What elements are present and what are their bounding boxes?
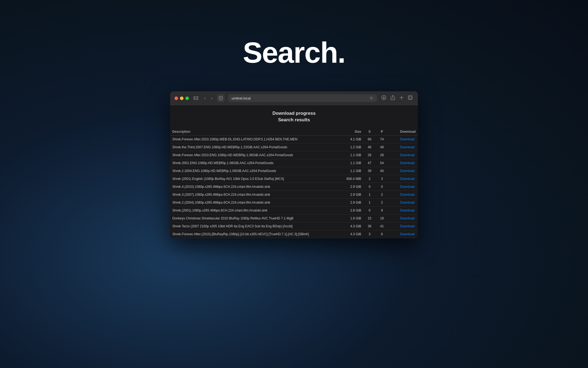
table-row: Shrek.4.(2010).1080p.x265.4Mbps.6CH.224.…: [170, 183, 418, 191]
cell-description: Shrek.3.(2007).1080p.x265.4Mbps.6CH.224.…: [170, 191, 339, 199]
sidebar-toggle-button[interactable]: [192, 95, 200, 101]
table-row: Shrek.Forever.After.2010.ENG.1080p.HD.WE…: [170, 151, 418, 159]
cell-size: 1.2 GiB: [339, 143, 363, 151]
cell-description: Shrek.4.(2010).1080p.x265.4Mbps.6CH.224.…: [170, 183, 339, 191]
content-header: Download progress Search results: [170, 105, 418, 128]
cell-size: 4.3 GiB: [339, 222, 363, 230]
cell-download[interactable]: Download: [388, 191, 418, 199]
cell-seeders: 1: [363, 191, 376, 199]
cell-peers: 18: [376, 215, 388, 222]
traffic-light-minimize[interactable]: [180, 96, 183, 100]
cell-size: 2.9 GiB: [339, 191, 363, 199]
browser-window: ‹ › umbrel.local ↻: [170, 91, 418, 238]
cell-download[interactable]: Download: [388, 215, 418, 222]
download-link[interactable]: Download: [400, 224, 415, 228]
table-row: Shrek.2001.ENG.1080p.HD.WEBRip.1.08GiB.A…: [170, 159, 418, 167]
browser-chrome: ‹ › umbrel.local ↻: [170, 91, 418, 105]
download-link[interactable]: Download: [400, 209, 415, 212]
cell-download[interactable]: Download: [388, 143, 418, 151]
cell-description: Donkeys Christmas Shrektacular 2010 BluR…: [170, 215, 339, 222]
forward-button[interactable]: ›: [210, 95, 213, 102]
cell-seeders: 2: [363, 175, 376, 183]
cell-download[interactable]: Download: [388, 230, 418, 238]
cell-description: Shrek Terzo (2007 2160p x265 10bit HDR I…: [170, 222, 339, 230]
cell-peers: 2: [376, 191, 388, 199]
download-link[interactable]: Download: [400, 193, 415, 197]
cell-size: 1.1 GiB: [339, 151, 363, 159]
cell-peers: 49: [376, 143, 388, 151]
tab-overview-button[interactable]: [407, 94, 414, 102]
cell-size: 1.1 GiB: [339, 167, 363, 175]
cell-download[interactable]: Download: [388, 135, 418, 143]
table-row: Shrek.2.(2004).1080p.x265.4Mbps.6CH.224.…: [170, 199, 418, 207]
table-row: Shrek.3.(2007).1080p.x265.4Mbps.6CH.224.…: [170, 191, 418, 199]
svg-rect-1: [196, 96, 198, 97]
page-title: Search.: [243, 35, 345, 70]
download-link[interactable]: Download: [400, 137, 415, 141]
cell-description: Shrek.Forever.After.2010.ENG.1080p.HD.WE…: [170, 151, 339, 159]
download-status-button[interactable]: [380, 94, 387, 102]
header-download: Download: [388, 128, 418, 135]
svg-rect-9: [408, 96, 412, 99]
back-button[interactable]: ‹: [203, 95, 207, 102]
reload-button[interactable]: ↻: [370, 96, 373, 100]
cell-description: Shrek.2001.ENG.1080p.HD.WEBRip.1.08GiB.A…: [170, 159, 339, 167]
cell-seeders: 39: [363, 167, 376, 175]
cell-size: 2.9 GiB: [339, 183, 363, 191]
new-tab-button[interactable]: [398, 94, 405, 102]
header-p: P: [376, 128, 388, 135]
cell-description: Shrek.Forever.After.2010.1080p.WEB-DL.EN…: [170, 135, 339, 143]
cell-download[interactable]: Download: [388, 222, 418, 230]
download-link[interactable]: Download: [400, 153, 415, 157]
header-s: S: [363, 128, 376, 135]
cell-size: 1.1 GiB: [339, 159, 363, 167]
cell-description: Shrek.the.Third.2007.ENG.1080p.HD.WEBRip…: [170, 143, 339, 151]
download-link[interactable]: Download: [400, 185, 415, 189]
download-link[interactable]: Download: [400, 232, 415, 236]
cell-download[interactable]: Download: [388, 159, 418, 167]
table-body: Shrek.Forever.After.2010.1080p.WEB-DL.EN…: [170, 135, 418, 238]
cell-peers: 28: [376, 151, 388, 159]
cell-description: Shrek.Forever.After.(2010).[BluRayRip.10…: [170, 230, 339, 238]
download-link[interactable]: Download: [400, 216, 415, 220]
shield-button[interactable]: [217, 94, 225, 102]
cell-size: 1.6 GiB: [339, 215, 363, 222]
download-link[interactable]: Download: [400, 177, 415, 181]
svg-rect-0: [194, 96, 195, 100]
svg-rect-2: [196, 98, 198, 98]
cell-download[interactable]: Download: [388, 151, 418, 159]
cell-description: Shrek.(2001).1080p.x265.4Mbps.6CH.224.cr…: [170, 207, 339, 215]
cell-download[interactable]: Download: [388, 175, 418, 183]
share-button[interactable]: [390, 94, 396, 102]
cell-download[interactable]: Download: [388, 199, 418, 207]
download-link[interactable]: Download: [400, 161, 415, 165]
download-progress-title: Download progress: [174, 111, 414, 116]
cell-download[interactable]: Download: [388, 183, 418, 191]
download-link[interactable]: Download: [400, 145, 415, 149]
cell-seeders: 0: [363, 207, 376, 215]
table-row: Shrek (2001) English (1080p BluRay AV1 1…: [170, 175, 418, 183]
cell-size: 2.8 GiB: [339, 207, 363, 215]
table-row: Shrek.the.Third.2007.ENG.1080p.HD.WEBRip…: [170, 143, 418, 151]
download-link[interactable]: Download: [400, 169, 415, 173]
cell-peers: 9: [376, 207, 388, 215]
cell-seeders: 0: [363, 183, 376, 191]
browser-content: Download progress Search results Descrip…: [170, 105, 418, 238]
address-bar[interactable]: umbrel.local ↻: [228, 94, 377, 102]
cell-download[interactable]: Download: [388, 207, 418, 215]
cell-peers: 40: [376, 167, 388, 175]
download-link[interactable]: Download: [400, 201, 415, 204]
traffic-light-maximize[interactable]: [185, 96, 189, 100]
cell-size: 2.9 GiB: [339, 199, 363, 207]
cell-download[interactable]: Download: [388, 167, 418, 175]
cell-peers: 3: [376, 175, 388, 183]
table-row: Shrek.2.2004.ENG.1080p.HD.WEBRip.1.09GiB…: [170, 167, 418, 175]
search-results-title: Search results: [174, 117, 414, 123]
cell-peers: 74: [376, 135, 388, 143]
traffic-light-close[interactable]: [174, 96, 178, 100]
cell-size: 4.1 GiB: [339, 135, 363, 143]
cell-description: Shrek (2001) English (1080p BluRay AV1 1…: [170, 175, 339, 183]
table-row: Shrek.Forever.After.(2010).[BluRayRip.10…: [170, 230, 418, 238]
cell-size: 600.4 MiB: [339, 175, 363, 183]
cell-description: Shrek.2.(2004).1080p.x265.4Mbps.6CH.224.…: [170, 199, 339, 207]
